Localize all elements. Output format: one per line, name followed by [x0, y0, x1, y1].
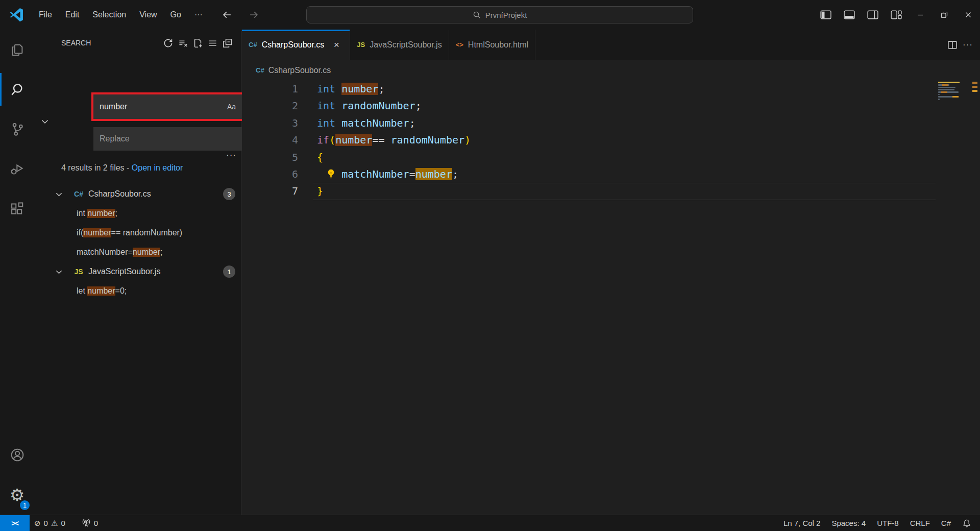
code-line-text: } [317, 183, 323, 200]
match-case-button[interactable]: Aa [224, 100, 239, 114]
minimap-line [938, 94, 940, 95]
code-line-text: int matchNumber; [317, 115, 415, 132]
open-in-editor-link[interactable]: Open in editor [132, 163, 183, 172]
activity-extensions-button[interactable] [0, 189, 34, 229]
indentation-button[interactable]: Spaces: 4 [826, 515, 871, 531]
match-text: ; [160, 248, 162, 257]
file-result-row[interactable]: JSJavaScriptSoubor.js1 [34, 262, 240, 281]
menu-item-selection[interactable]: Selection [86, 7, 133, 22]
line-number: 7 [242, 183, 298, 200]
activity-explorer-button[interactable] [0, 30, 34, 69]
chevron-down-icon [55, 268, 63, 276]
new-search-editor-icon [193, 38, 203, 48]
tab-label: JavaScriptSoubor.js [370, 40, 442, 50]
command-center-search[interactable]: PrvníProjekt [306, 6, 693, 23]
cursor-position-button[interactable]: Ln 7, Col 2 [778, 515, 826, 531]
code-token: = [409, 168, 415, 180]
code-line-1[interactable]: 1int number; [242, 81, 980, 98]
toggle-primary-sidebar-button[interactable] [814, 0, 838, 30]
collapse-all-button[interactable] [220, 36, 235, 51]
code-line-4[interactable]: 4if(number== randomNumber) [242, 132, 980, 149]
find-match: number [415, 168, 452, 180]
activity-bar: ⚙ 1 [0, 30, 34, 515]
error-count: 0 [44, 519, 48, 527]
titlebar: FileEditSelectionViewGo··· PrvníProjekt [0, 0, 980, 30]
file-name: CsharpSoubor.cs [88, 189, 223, 199]
customize-layout-button[interactable] [885, 0, 908, 30]
code-line-7[interactable]: 7} [242, 183, 980, 200]
eol-button[interactable]: CRLF [904, 515, 936, 531]
match-row[interactable]: let number=0; [34, 281, 240, 301]
code-token: ; [452, 168, 458, 180]
toggle-secondary-sidebar-button[interactable] [861, 0, 885, 30]
code-line-text: if(number== randomNumber) [317, 132, 471, 149]
current-line-highlight [313, 183, 936, 200]
toggle-panel-button[interactable] [838, 0, 861, 30]
code-token: ; [415, 100, 422, 112]
minimize-button[interactable] [908, 0, 932, 30]
maximize-restore-button[interactable] [932, 0, 956, 30]
clear-search-results-button[interactable] [176, 36, 190, 51]
search-input[interactable] [93, 102, 224, 111]
view-as-tree-button[interactable] [205, 36, 220, 51]
settings-gear-button[interactable]: ⚙ 1 [0, 475, 34, 515]
editor-more-actions-button[interactable]: ··· [963, 40, 973, 50]
expand-chevron-icon [55, 190, 65, 198]
code-line-5[interactable]: 5{ [242, 149, 980, 166]
lightbulb-icon[interactable] [326, 168, 336, 180]
match-highlight: number [133, 248, 160, 257]
encoding-button[interactable]: UTF-8 [871, 515, 904, 531]
more-search-actions-button[interactable]: ··· [226, 150, 236, 160]
problems-button[interactable]: ⊘ 0 ⚠ 0 [30, 515, 70, 531]
minimap-line [938, 89, 954, 90]
ports-count: 0 [94, 519, 98, 527]
accounts-button[interactable] [0, 435, 34, 475]
search-panel-title: SEARCH [61, 39, 91, 47]
minimap[interactable] [938, 82, 960, 101]
match-count-badge: 1 [223, 266, 235, 278]
activity-source-control-button[interactable] [0, 109, 34, 149]
bell-icon [962, 519, 971, 528]
line-number: 1 [242, 81, 298, 98]
replace-input[interactable] [93, 134, 240, 143]
status-bar: >< ⊘ 0 ⚠ 0 0 Ln 7, Col 2 Spaces: 4 UTF-8… [0, 515, 980, 531]
match-text: =0; [115, 286, 127, 296]
menu-item-more[interactable]: ··· [188, 7, 209, 22]
ports-button[interactable]: 0 [77, 515, 103, 531]
menu-item-edit[interactable]: Edit [59, 7, 86, 22]
tab-actions: ··· [947, 30, 980, 60]
code-line-3[interactable]: 3int matchNumber; [242, 115, 980, 132]
code-line-2[interactable]: 2int randomNumber; [242, 98, 980, 114]
file-result-row[interactable]: C#CsharpSoubor.cs3 [34, 184, 240, 204]
tab-close-button[interactable]: × [330, 38, 343, 52]
error-icon: ⊘ [34, 519, 41, 528]
match-row[interactable]: if(number== randomNumber) [34, 223, 240, 243]
notifications-bell-button[interactable] [957, 515, 977, 531]
menu-item-file[interactable]: File [32, 7, 59, 22]
activity-run-debug-button[interactable] [0, 149, 34, 189]
language-mode-button[interactable]: C# [936, 515, 957, 531]
menu-item-view[interactable]: View [133, 7, 163, 22]
nav-back-button[interactable] [219, 7, 235, 22]
refresh-button[interactable] [161, 36, 176, 51]
remote-indicator-button[interactable]: >< [0, 515, 30, 531]
overview-ruler-match-mark [972, 86, 977, 88]
editor-tab-htmlsoubor-html[interactable]: <>HtmlSoubor.html [449, 30, 535, 60]
match-row[interactable]: int number; [34, 204, 240, 223]
list-icon [208, 38, 217, 48]
breadcrumb[interactable]: C# CsharpSoubor.cs [242, 60, 980, 81]
split-editor-button[interactable] [947, 40, 958, 50]
results-summary-text: 4 results in 2 files - [61, 163, 132, 172]
match-highlight: number [83, 228, 111, 237]
toggle-replace-button[interactable] [38, 111, 52, 132]
activity-search-button[interactable] [0, 69, 34, 109]
close-window-button[interactable] [956, 0, 980, 30]
code-line-6[interactable]: 6 matchNumber=number; [242, 166, 980, 183]
match-row[interactable]: matchNumber=number; [34, 243, 240, 262]
open-new-search-editor-button[interactable] [190, 36, 205, 51]
nav-forward-button[interactable] [246, 7, 261, 22]
menu-item-go[interactable]: Go [164, 7, 188, 22]
search-sidebar: SEARCH Aa ab .* AB [34, 30, 241, 515]
editor-tab-csharpsoubor-cs[interactable]: C#CsharpSoubor.cs× [242, 30, 350, 60]
editor-tab-javascriptsoubor-js[interactable]: JSJavaScriptSoubor.js [350, 30, 449, 60]
